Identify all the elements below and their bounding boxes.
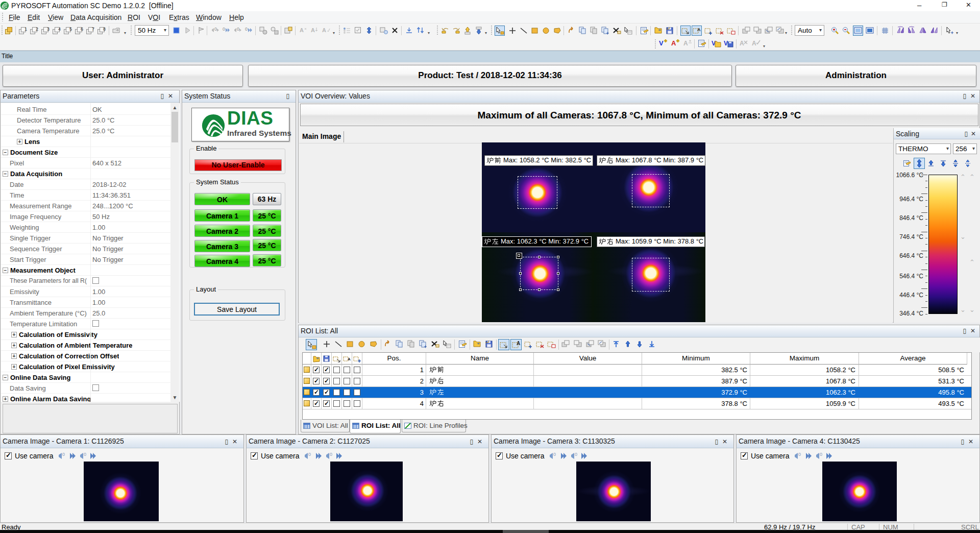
svg-text:0: 0: [62, 452, 65, 457]
svg-text:V: V: [659, 39, 664, 47]
svg-text:0: 0: [575, 452, 577, 457]
svg-text:2: 2: [36, 27, 38, 32]
svg-text:1: 1: [24, 27, 27, 32]
svg-text:0: 0: [84, 452, 86, 457]
svg-text:8: 8: [103, 27, 106, 32]
svg-text:A: A: [683, 40, 688, 47]
svg-text:5: 5: [69, 27, 72, 32]
svg-text:4: 4: [58, 27, 61, 32]
svg-text:0: 0: [245, 27, 248, 32]
svg-text:V: V: [724, 40, 728, 47]
svg-text:A: A: [311, 27, 315, 33]
svg-text:3: 3: [47, 27, 50, 32]
svg-text:A: A: [348, 357, 351, 361]
svg-text:A: A: [671, 39, 676, 47]
svg-text:A: A: [517, 341, 520, 346]
svg-text:A: A: [300, 27, 304, 33]
svg-text:0: 0: [223, 27, 225, 32]
svg-text:0: 0: [237, 27, 239, 32]
svg-text:6: 6: [81, 27, 83, 32]
svg-text:0: 0: [798, 452, 801, 457]
svg-text:0: 0: [553, 452, 556, 457]
svg-text:A: A: [697, 27, 701, 32]
svg-text:7: 7: [92, 27, 94, 32]
svg-text:A: A: [740, 40, 744, 47]
svg-text:A: A: [322, 27, 326, 33]
svg-text:0: 0: [820, 452, 822, 457]
svg-text:0: 0: [330, 452, 332, 457]
svg-text:A: A: [752, 40, 756, 47]
svg-text:0: 0: [308, 452, 311, 457]
svg-text:0: 0: [214, 27, 217, 32]
